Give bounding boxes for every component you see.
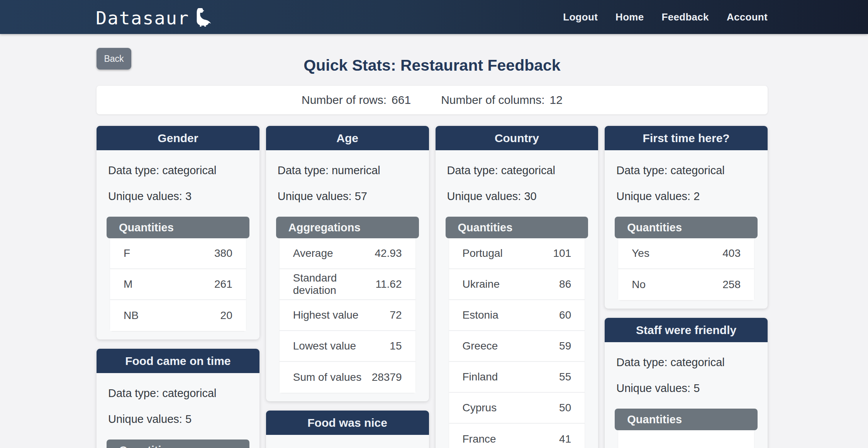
quantity-row: M 261 [110, 269, 246, 300]
quantity-label: Standard deviation [293, 272, 376, 297]
card-column: Age Data type: numerical Unique values: … [266, 126, 429, 448]
quantity-value: 42.93 [375, 247, 402, 260]
quantity-row: Highest value 72 [280, 300, 415, 331]
quantity-value: 72 [390, 309, 402, 321]
quantity-row: Ukraine 86 [449, 269, 585, 300]
quantity-row: Finland 55 [449, 362, 585, 393]
quantity-row: Yes 403 [618, 238, 754, 269]
quantity-row: NB 20 [110, 300, 246, 331]
quantity-value: 60 [559, 309, 571, 321]
quantities-list: Average 42.93 Standard deviation 11.62 H… [280, 238, 415, 393]
quantity-row: Sum of values 28379 [280, 362, 415, 393]
quantity-value: 380 [214, 247, 232, 260]
quantity-label: Lowest value [293, 340, 356, 352]
stat-card-header: First time here? [605, 126, 768, 150]
card-column: First time here? Data type: categorical … [605, 126, 768, 448]
quantity-value: 50 [559, 402, 571, 414]
quantity-row: Portugal 101 [449, 238, 585, 269]
quantities-table-header: Aggregations [276, 217, 419, 238]
nav-link-logout[interactable]: Logout [563, 11, 598, 23]
unique-values-line: Unique values: 2 [616, 190, 758, 203]
quantities-list [618, 430, 754, 448]
quantity-row: Lowest value 15 [280, 331, 415, 362]
page-title: Quick Stats: Restaurant Feedback [97, 49, 768, 75]
quantity-value: 41 [559, 433, 571, 445]
stat-card-title: Age [336, 132, 358, 145]
quantity-row: No 258 [618, 269, 754, 300]
quantity-label: Finland [463, 371, 498, 383]
quantity-value: 101 [553, 247, 571, 260]
quantity-label: Estonia [463, 309, 498, 321]
stat-card-title: Staff were friendly [636, 324, 736, 337]
quantity-value: 258 [722, 278, 741, 291]
stat-card-body: Data type: categorical Unique values: 3 … [97, 150, 259, 339]
quantity-row: Cyprus 50 [449, 393, 585, 424]
quantity-value: 15 [390, 340, 402, 352]
brand-text: Datasaur [96, 9, 189, 27]
quantities-table: Quantities [107, 440, 249, 448]
quantities-table-header: Quantities [615, 217, 758, 238]
unique-values-line: Unique values: 3 [108, 190, 249, 203]
stat-card-title: First time here? [643, 132, 730, 145]
stat-card: Country Data type: categorical Unique va… [436, 126, 598, 448]
stat-card-title: Gender [158, 132, 198, 145]
quantity-row: Estonia 60 [449, 300, 585, 331]
quantities-table: Quantities F 380 M 261 NB 20 [107, 217, 249, 331]
quantity-label: Cyprus [463, 402, 497, 414]
quantity-value: 403 [722, 247, 741, 260]
quantity-value: 11.62 [376, 278, 402, 290]
stat-card: Staff were friendly Data type: categoric… [605, 318, 768, 448]
stat-card: Gender Data type: categorical Unique val… [97, 126, 259, 339]
nav-link-home[interactable]: Home [615, 11, 644, 23]
quantity-value: 59 [559, 340, 571, 352]
quantities-table-header: Quantities [615, 409, 758, 430]
data-type-line: Data type: categorical [616, 356, 758, 369]
dataset-summary-bar: Number of rows: 661 Number of columns: 1… [97, 86, 768, 114]
stat-card-header: Food was nice [266, 411, 429, 435]
quantity-row: France 41 [449, 424, 585, 448]
stat-card-header: Food came on time [97, 349, 259, 373]
card-column: Country Data type: categorical Unique va… [436, 126, 598, 448]
stat-card-header: Gender [97, 126, 259, 150]
unique-values-line: Unique values: 5 [616, 382, 758, 395]
quantity-label: Portugal [463, 247, 503, 260]
quantity-value: 86 [559, 278, 571, 290]
back-button[interactable]: Back [97, 48, 131, 70]
columns-count-value: 12 [550, 93, 563, 107]
quantity-label: NB [124, 309, 139, 322]
quantity-row: Greece 59 [449, 331, 585, 362]
quantity-label: Ukraine [463, 278, 500, 290]
quantity-label: Greece [463, 340, 498, 352]
quantity-row: Standard deviation 11.62 [280, 269, 415, 300]
quantity-label: M [124, 278, 132, 290]
stat-card-header: Staff were friendly [605, 318, 768, 342]
quantity-row: Average 42.93 [280, 238, 415, 269]
nav-link-account[interactable]: Account [727, 11, 768, 23]
quantity-label: No [632, 278, 646, 291]
quantities-table: Quantities Portugal 101 Ukraine 86 Eston… [446, 217, 588, 448]
quantity-value: 20 [220, 309, 232, 322]
top-navigation-bar: Datasaur Logout Home Feedback Account [0, 0, 868, 34]
data-type-line: Data type: categorical [616, 164, 758, 177]
columns-count-stat: Number of columns: 12 [441, 93, 563, 107]
quantity-label: Highest value [293, 309, 359, 321]
unique-values-line: Unique values: 57 [278, 190, 419, 203]
nav-link-feedback[interactable]: Feedback [662, 11, 709, 23]
unique-values-line: Unique values: 5 [108, 413, 249, 426]
quantities-table: Quantities Yes 403 No 258 [615, 217, 758, 300]
stat-card: First time here? Data type: categorical … [605, 126, 768, 309]
quantity-value: 28379 [372, 371, 402, 384]
quantity-label: Yes [632, 247, 649, 260]
card-column: Gender Data type: categorical Unique val… [97, 126, 259, 448]
stat-card-body: Data type: categorical Unique values: 5 … [605, 342, 768, 448]
quantity-label: F [124, 247, 130, 260]
stat-card-title: Country [495, 132, 539, 145]
brand-logo[interactable]: Datasaur [96, 7, 212, 27]
quantity-label: Sum of values [293, 371, 361, 384]
datasaur-dinosaur-icon [190, 7, 212, 28]
stat-card-header: Age [266, 126, 429, 150]
quantity-value: 55 [559, 371, 571, 383]
unique-values-line: Unique values: 30 [447, 190, 588, 203]
quantities-list: F 380 M 261 NB 20 [110, 238, 246, 331]
quantities-table-header: Quantities [446, 217, 588, 238]
